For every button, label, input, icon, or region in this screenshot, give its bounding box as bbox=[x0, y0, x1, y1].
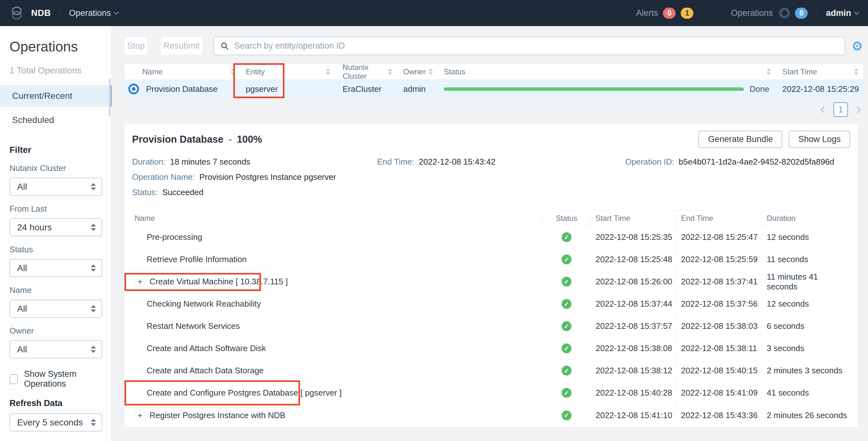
filter-label-owner: Owner bbox=[9, 326, 102, 336]
filter-label-status: Status bbox=[9, 245, 102, 255]
operation-row-provision-database[interactable]: Provision Database pgserver EraCluster a… bbox=[124, 80, 863, 98]
select-caret-icon bbox=[91, 346, 96, 353]
step-end-time: 2022-12-08 15:37:56 bbox=[676, 293, 761, 315]
filter-select-from-last[interactable]: 24 hours bbox=[9, 218, 102, 236]
step-end-time: 2022-12-08 15:25:59 bbox=[676, 248, 761, 270]
operations-table: Name Entity Nutanix Cluster Owner bbox=[124, 64, 863, 98]
success-status-icon bbox=[562, 277, 571, 287]
operations-counter-label[interactable]: Operations bbox=[731, 8, 773, 18]
content-area: Stop Resubmit ⚙ Name bbox=[112, 26, 868, 441]
step-start-time: 2022-12-08 15:25:35 bbox=[590, 226, 676, 248]
step-name: Create and Configure Postgres Database [… bbox=[147, 388, 342, 398]
stop-button[interactable]: Stop bbox=[124, 37, 147, 55]
select-caret-icon bbox=[91, 183, 96, 190]
column-header-owner[interactable]: Owner bbox=[397, 64, 437, 80]
step-name: Pre-processing bbox=[147, 232, 202, 242]
steps-column-duration: Duration bbox=[761, 211, 851, 226]
filter-select-nutanix-cluster[interactable]: All bbox=[9, 178, 102, 196]
select-value: 24 hours bbox=[17, 223, 52, 233]
step-end-time: 2022-12-08 15:40:15 bbox=[676, 360, 761, 382]
step-start-time: 2022-12-08 15:26:00 bbox=[590, 271, 676, 293]
select-value: All bbox=[17, 345, 27, 355]
previous-page-icon[interactable] bbox=[821, 106, 827, 113]
step-duration: 11 minutes 41 seconds bbox=[761, 271, 851, 293]
step-name: Retrieve Profile Information bbox=[147, 255, 247, 264]
step-end-time: 2022-12-08 15:43:36 bbox=[676, 404, 761, 427]
operation-entity: pgserver bbox=[239, 80, 335, 98]
step-row-checking-network-reachability: Checking Network Reachability 2022-12-08… bbox=[132, 293, 851, 315]
column-header-name[interactable]: Name bbox=[124, 64, 239, 80]
step-row-retrieve-profile-information: Retrieve Profile Information 2022-12-08 … bbox=[132, 248, 851, 271]
success-status-icon bbox=[562, 366, 571, 376]
expand-icon[interactable] bbox=[135, 411, 145, 420]
filter-select-name[interactable]: All bbox=[9, 300, 102, 318]
alerts-warning-badge[interactable]: 1 bbox=[681, 8, 693, 19]
chevron-down-icon bbox=[114, 9, 119, 14]
show-system-operations-checkbox[interactable] bbox=[9, 374, 18, 384]
step-start-time: 2022-12-08 15:37:44 bbox=[590, 293, 676, 315]
next-page-icon[interactable] bbox=[854, 106, 861, 113]
end-time-label: End Time: bbox=[377, 157, 414, 167]
alerts-label[interactable]: Alerts bbox=[636, 8, 658, 18]
column-header-nutanix-cluster[interactable]: Nutanix Cluster bbox=[335, 64, 397, 80]
show-logs-button[interactable]: Show Logs bbox=[788, 130, 850, 148]
sidebar-scrollbar[interactable] bbox=[108, 79, 111, 117]
operation-id-value: b5e4b071-1d2a-4ae2-9452-8202d5fa896d bbox=[679, 157, 834, 167]
steps-table-header: Name Status Start Time End Time Duration bbox=[132, 210, 851, 226]
column-header-start-time[interactable]: Start Time bbox=[775, 64, 863, 80]
row-radio-selected[interactable] bbox=[128, 84, 139, 94]
duration-label: Duration: bbox=[132, 157, 166, 167]
end-time-value: 2022-12-08 15:43:42 bbox=[419, 157, 495, 167]
sidebar-item-current-recent[interactable]: Current/Recent bbox=[0, 85, 112, 107]
step-duration: 2 minutes 26 seconds bbox=[761, 404, 851, 427]
operation-detail-panel: Provision Database - 100% Generate Bundl… bbox=[124, 124, 858, 427]
column-header-entity[interactable]: Entity bbox=[239, 64, 335, 80]
step-name: Restart Network Services bbox=[147, 321, 240, 331]
resubmit-button[interactable]: Resubmit bbox=[161, 37, 203, 55]
app-brand: NDB bbox=[31, 8, 51, 18]
filter-section-title: Filter bbox=[9, 145, 102, 155]
operation-name-value: Provision Postgres Instance pgserver bbox=[199, 172, 336, 182]
refresh-data-select[interactable]: Every 5 seconds bbox=[9, 413, 102, 432]
sort-icon[interactable] bbox=[429, 69, 433, 75]
sidebar-item-scheduled[interactable]: Scheduled bbox=[0, 109, 112, 131]
step-row-create-and-attach-software-disk: Create and Attach Software Disk 2022-12-… bbox=[132, 337, 851, 360]
generate-bundle-button[interactable]: Generate Bundle bbox=[699, 130, 782, 148]
filter-select-status[interactable]: All bbox=[9, 259, 102, 277]
gear-icon[interactable]: ⚙ bbox=[851, 40, 863, 52]
sort-icon[interactable] bbox=[388, 69, 393, 75]
step-duration: 3 seconds bbox=[761, 337, 851, 359]
nav-menu-operations[interactable]: Operations bbox=[69, 8, 118, 18]
success-status-icon bbox=[562, 388, 571, 398]
page-title: Operations bbox=[9, 39, 102, 55]
success-status-icon bbox=[562, 411, 571, 420]
operation-owner: admin bbox=[397, 80, 437, 98]
step-duration: 6 seconds bbox=[761, 315, 851, 337]
sort-icon[interactable] bbox=[766, 69, 771, 75]
step-duration: 12 seconds bbox=[761, 293, 851, 315]
sort-icon[interactable] bbox=[326, 69, 330, 75]
select-caret-icon bbox=[91, 305, 96, 312]
expand-icon[interactable] bbox=[135, 277, 145, 287]
step-start-time: 2022-12-08 15:37:57 bbox=[590, 315, 676, 337]
sort-icon[interactable] bbox=[854, 69, 859, 75]
step-row-pre-processing: Pre-processing 2022-12-08 15:25:35 2022-… bbox=[132, 226, 851, 248]
step-name: Create Virtual Machine [ 10.38.7.115 ] bbox=[150, 277, 288, 287]
sort-icon[interactable] bbox=[230, 69, 235, 75]
step-end-time: 2022-12-08 15:38:11 bbox=[676, 337, 761, 359]
search-input[interactable] bbox=[234, 41, 838, 51]
nutanix-logo-icon bbox=[9, 6, 24, 20]
steps-column-end-time: End Time bbox=[676, 211, 761, 226]
operation-meta: Duration: 18 minutes 7 seconds End Time:… bbox=[132, 157, 850, 203]
operations-count-badge[interactable]: 0 bbox=[795, 8, 808, 19]
page-number-button[interactable]: 1 bbox=[833, 102, 848, 117]
step-start-time: 2022-12-08 15:38:08 bbox=[590, 337, 676, 359]
detail-percent: 100% bbox=[237, 134, 262, 145]
step-duration: 2 minutes 3 seconds bbox=[761, 360, 851, 382]
user-menu[interactable]: admin bbox=[826, 8, 859, 18]
show-system-operations-label: Show System Operations bbox=[24, 369, 102, 389]
filter-select-owner[interactable]: All bbox=[9, 340, 102, 358]
alerts-critical-badge[interactable]: 0 bbox=[663, 8, 676, 19]
success-status-icon bbox=[562, 321, 571, 331]
column-header-status[interactable]: Status bbox=[437, 64, 775, 80]
